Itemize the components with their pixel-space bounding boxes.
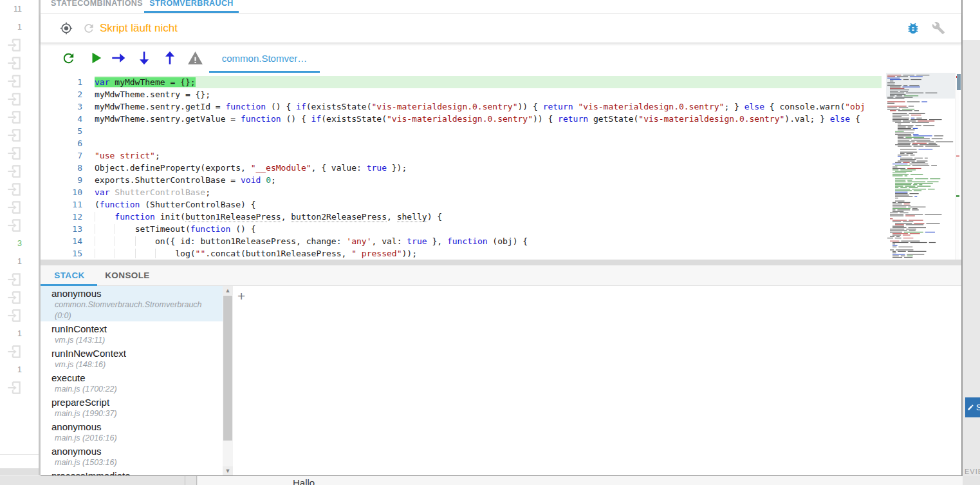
- stack-tabs-bar: STACKKONSOLE: [41, 265, 961, 286]
- save-button[interactable]: S: [965, 397, 980, 417]
- exit-to-app-icon: [6, 37, 23, 53]
- stack-frame-list: anonymouscommon.Stomverbrauch.Stromverbr…: [41, 286, 223, 475]
- exit-to-app-icon: [6, 163, 23, 180]
- step-out-button[interactable]: [162, 50, 178, 66]
- line-number: 1: [41, 76, 95, 88]
- restart-script-button-disabled[interactable]: [82, 21, 96, 35]
- stack-frame[interactable]: anonymouscommon.Stomverbrauch.Stromverbr…: [41, 286, 223, 321]
- stack-frame[interactable]: prepareScriptmain.js (1990:37): [41, 395, 223, 419]
- panel-divider: [41, 260, 961, 265]
- script-row-icon[interactable]: [0, 162, 39, 180]
- script-row-icon[interactable]: [0, 144, 39, 162]
- code-content[interactable]: var myMdwTheme = {};myMdwTheme.sentry = …: [95, 73, 882, 260]
- line-number: 8: [41, 162, 95, 174]
- frame-function-name: anonymous: [41, 445, 223, 457]
- current-statement-highlight: var myMdwTheme = {};: [95, 77, 196, 87]
- scroll-up-icon[interactable]: ▲: [223, 286, 233, 295]
- code-line: myMdwTheme.sentry.getValue = function ()…: [95, 113, 882, 125]
- line-number: 13: [41, 223, 95, 235]
- screen: 1113111 S EVIEW Hallo STATECOMBINATIONSS…: [0, 0, 980, 485]
- code-line: "use strict";: [95, 149, 882, 162]
- code-line: (function (ShutterControlBase) {: [95, 198, 882, 211]
- script-tab-stromverbrauch[interactable]: STROMVERBRAUCH: [144, 0, 239, 11]
- script-row-icon[interactable]: [0, 126, 39, 144]
- sidebar-divider-line: [0, 454, 39, 455]
- stack-frame[interactable]: runInContextvm.js (143:11): [41, 321, 223, 346]
- script-row-icon[interactable]: [0, 90, 39, 108]
- script-row-icon[interactable]: [0, 54, 39, 72]
- script-row-icon[interactable]: [0, 36, 39, 54]
- code-line: [95, 137, 882, 149]
- pencil-icon: [967, 404, 974, 411]
- stack-frame[interactable]: processImmediate: [41, 468, 223, 475]
- script-row-icon[interactable]: [0, 271, 39, 289]
- stack-frame[interactable]: anonymousmain.js (1503:16): [41, 444, 223, 468]
- settings-button[interactable]: [931, 21, 945, 35]
- bottom-band-divider: [196, 476, 197, 485]
- debug-restart-button[interactable]: [60, 50, 77, 66]
- debug-mode-button[interactable]: [906, 21, 920, 35]
- stack-panel-tab-konsole[interactable]: KONSOLE: [98, 265, 156, 286]
- exit-to-app-icon: [6, 145, 23, 162]
- exit-to-app-icon: [6, 289, 23, 306]
- debug-resume-button[interactable]: [88, 50, 104, 66]
- stack-scrollbar-thumb[interactable]: [223, 296, 232, 441]
- pause-on-exception-button[interactable]: [187, 50, 203, 66]
- line-number: 4: [41, 113, 95, 125]
- script-row-icon[interactable]: [0, 289, 39, 307]
- script-row-icon[interactable]: [0, 198, 39, 216]
- script-row-icon[interactable]: [0, 108, 39, 126]
- code-line: myMdwTheme.sentry.getId = function () { …: [95, 100, 882, 113]
- script-row-icon[interactable]: [0, 180, 39, 198]
- frame-location: vm.js (143:11): [41, 335, 223, 346]
- code-line: [95, 125, 882, 137]
- stack-frame[interactable]: anonymousmain.js (2016:16): [41, 419, 223, 444]
- line-number: 7: [41, 149, 95, 162]
- locate-script-button[interactable]: [59, 21, 73, 35]
- frame-function-name: runInNewContext: [41, 347, 223, 359]
- code-line: var ShutterControlBase;: [95, 186, 882, 198]
- editor-scrollbar-thumb[interactable]: [957, 74, 961, 90]
- add-expression-button[interactable]: +: [237, 290, 245, 303]
- frame-function-name: anonymous: [41, 421, 223, 433]
- scroll-down-icon[interactable]: ▼: [223, 466, 233, 475]
- script-row-icon[interactable]: [0, 307, 39, 325]
- restart-icon: [61, 51, 76, 66]
- step-over-button[interactable]: [110, 50, 127, 66]
- frame-location: common.Stomverbrauch.Stromverbrauch (0:0…: [41, 300, 223, 321]
- line-number: 3: [41, 100, 95, 113]
- script-row-icon[interactable]: [0, 379, 39, 397]
- frame-function-name: processImmediate: [41, 470, 223, 475]
- exit-to-app-icon: [6, 55, 23, 71]
- script-status-text: Skript läuft nicht: [100, 22, 178, 35]
- code-line: myMdwTheme.sentry = {};: [95, 88, 882, 100]
- line-number: 5: [41, 125, 95, 137]
- script-tab-statecombinations[interactable]: STATECOMBINATIONS: [50, 0, 144, 11]
- editor-minimap[interactable]: [886, 73, 955, 260]
- step-into-button[interactable]: [136, 50, 153, 66]
- preview-button-fragment[interactable]: EVIEW: [965, 468, 980, 475]
- background-right-strip: S EVIEW: [963, 0, 980, 485]
- script-row-icon[interactable]: [0, 343, 39, 361]
- code-line: function init(button1ReleasePress, butto…: [95, 211, 882, 223]
- stack-panel-tab-stack[interactable]: STACK: [41, 265, 98, 286]
- breakpoint-gutter[interactable]: 123456789101112131415: [41, 73, 95, 260]
- script-row-icon[interactable]: [0, 72, 39, 90]
- resume-icon: [89, 51, 103, 65]
- script-count-badge: 11: [0, 0, 39, 18]
- line-number: 12: [41, 211, 95, 223]
- background-bottom-band: Hallo: [0, 476, 980, 485]
- debug-file-tab[interactable]: common.Stomver…: [209, 43, 320, 73]
- step-over-icon: [110, 50, 127, 66]
- hello-text: Hallo: [293, 477, 315, 485]
- script-row-icon[interactable]: [0, 216, 39, 234]
- stack-frame[interactable]: runInNewContextvm.js (148:16): [41, 346, 223, 370]
- badge-value: 1: [0, 365, 26, 374]
- code-line: on({ id: button1ReleasePress, change: 'a…: [95, 235, 882, 247]
- code-line: exports.ShutterControlBase = void 0;: [95, 174, 882, 186]
- bug-icon: [906, 21, 920, 36]
- active-script-tab-underline: [144, 11, 239, 13]
- exit-to-app-icon: [6, 379, 23, 396]
- script-toolbar: Skript läuft nicht: [41, 14, 961, 43]
- stack-frame[interactable]: executemain.js (1700:22): [41, 370, 223, 395]
